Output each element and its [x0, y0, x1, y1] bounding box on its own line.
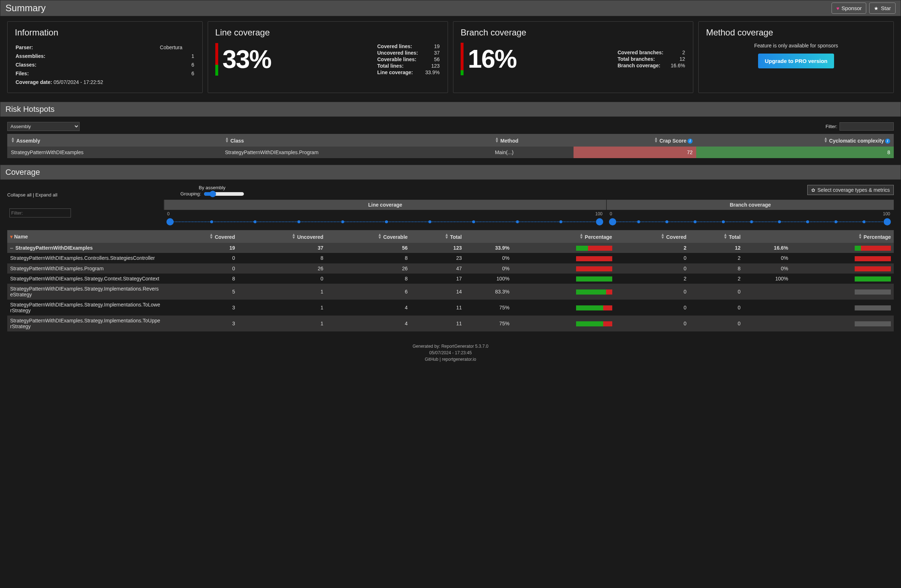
col-coverable[interactable]: ▲▼Coverable — [326, 230, 411, 243]
heart-icon: ♥ — [836, 5, 839, 11]
col-branch-covered[interactable]: ▲▼Covered — [615, 230, 689, 243]
collapse-expand-links: Collapse all | Expand all — [7, 185, 58, 198]
line-cov-pct-value: 33.9% — [425, 69, 440, 75]
uncovered-lines-value: 37 — [425, 50, 440, 56]
risk-crap: 72 — [574, 147, 696, 158]
sponsor-feature-text: Feature is only available for sponsors — [706, 43, 886, 48]
collapse-icon[interactable]: — — [10, 245, 13, 251]
branch-coverage-header: Branch coverage — [606, 200, 894, 210]
sort-icon: ▲▼ — [654, 137, 658, 143]
sort-icon: ▲▼ — [225, 137, 229, 143]
range-max: 100 — [595, 211, 602, 217]
coverage-date-value: 05/07/2024 - 17:22:52 — [53, 79, 103, 85]
range-max: 100 — [883, 211, 890, 217]
col-method[interactable]: ▲▼Method — [491, 134, 574, 147]
line-range-slider[interactable] — [167, 217, 603, 227]
line-coverage-title: Line coverage — [215, 28, 440, 37]
risk-table: ▲▼Assembly ▲▼Class ▲▼Method ▲▼Crap Score… — [7, 134, 894, 158]
col-cyclomatic[interactable]: ▲▼Cyclomatic complexityi — [696, 134, 894, 147]
line-coverage-bar — [215, 43, 218, 76]
col-branch-percentage[interactable]: ▲▼Percentage — [744, 230, 894, 243]
coverage-row[interactable]: StrategyPatternWithDIExamples.Strategy.I… — [7, 299, 894, 315]
total-branches-label: Total branches: — [618, 56, 670, 62]
range-min: 0 — [610, 211, 612, 217]
coverage-title: Coverage — [0, 165, 901, 180]
parser-value: Cobertura — [160, 44, 194, 51]
line-coverage-block: Line coverage 0 100 — [164, 200, 606, 227]
sort-icon: ▲▼ — [858, 233, 862, 239]
branch-coverage-stats: Covered branches:2 Total branches:12 Bra… — [617, 49, 686, 69]
coverage-date-label: Coverage date: — [16, 79, 52, 85]
footer-links[interactable]: GitHub | reportgenerator.io — [6, 356, 895, 363]
grouping-value-label: By assembly — [181, 185, 244, 190]
branch-coverage-bar — [461, 43, 463, 75]
info-icon[interactable]: i — [687, 139, 692, 143]
method-coverage-title: Method coverage — [706, 28, 886, 37]
sort-icon: ▲▼ — [723, 233, 727, 239]
risk-method: Main(...) — [491, 147, 574, 158]
col-covered[interactable]: ▲▼Covered — [164, 230, 238, 243]
col-percentage[interactable]: ▲▼Percentage — [465, 230, 615, 243]
branch-cov-pct-value: 16.6% — [671, 62, 685, 69]
sort-icon: ▲▼ — [445, 233, 449, 239]
assemblies-label: Assemblies: — [16, 52, 159, 60]
coverage-row[interactable]: StrategyPatternWithDIExamples.Strategy.I… — [7, 315, 894, 331]
coverage-table: ▾Name ▲▼Covered ▲▼Uncovered ▲▼Coverable … — [7, 230, 894, 331]
branch-cov-pct-label: Branch coverage: — [618, 62, 670, 69]
select-metrics-button[interactable]: ✿ Select coverage types & metrics — [807, 185, 894, 195]
star-button[interactable]: ★ Star — [869, 3, 896, 14]
col-total[interactable]: ▲▼Total — [411, 230, 465, 243]
sort-icon: ▲▼ — [661, 233, 665, 239]
col-class[interactable]: ▲▼Class — [221, 134, 491, 147]
upgrade-pro-button[interactable]: Upgrade to PRO version — [758, 53, 834, 69]
summary-cards: Information Parser:Cobertura Assemblies:… — [0, 16, 901, 100]
risk-class: StrategyPatternWithDIExamples.Program — [221, 147, 491, 158]
sponsor-button[interactable]: ♥ Sponsor — [831, 3, 866, 14]
coverage-total-row[interactable]: —StrategyPatternWithDIExamples1937561233… — [7, 243, 894, 253]
risk-hotspots-body: Assembly Filter: ▲▼Assembly ▲▼Class ▲▼Me… — [0, 117, 901, 163]
col-name[interactable]: ▾Name — [7, 230, 164, 243]
assembly-select[interactable]: Assembly — [7, 122, 80, 131]
coverage-row[interactable]: StrategyPatternWithDIExamples.Program026… — [7, 264, 894, 274]
sort-icon: ▲▼ — [579, 233, 583, 239]
line-coverage-card: Line coverage 33% Covered lines:19 Uncov… — [208, 21, 448, 93]
col-branch-total[interactable]: ▲▼Total — [689, 230, 744, 243]
coverage-row[interactable]: StrategyPatternWithDIExamples.Strategy.I… — [7, 284, 894, 299]
total-lines-label: Total lines: — [377, 63, 424, 69]
coverage-body: Collapse all | Expand all By assembly Gr… — [0, 180, 901, 337]
branch-coverage-card: Branch coverage 16% Covered branches:2 T… — [453, 21, 693, 93]
branch-range-slider[interactable] — [609, 217, 891, 227]
risk-row[interactable]: StrategyPatternWithDIExamples StrategyPa… — [7, 147, 894, 158]
expand-all-link[interactable]: Expand all — [36, 192, 58, 198]
coverage-row[interactable]: StrategyPatternWithDIExamples.Controller… — [7, 253, 894, 263]
risk-filter-input[interactable] — [840, 122, 894, 131]
coverable-lines-label: Coverable lines: — [377, 56, 424, 62]
covered-branches-label: Covered branches: — [618, 50, 670, 55]
info-icon[interactable]: i — [885, 139, 890, 143]
range-min: 0 — [167, 211, 170, 217]
risk-filter-label: Filter: — [826, 124, 838, 129]
col-crap-score[interactable]: ▲▼Crap Scorei — [574, 134, 696, 147]
sort-icon: ▲▼ — [378, 233, 382, 239]
sort-icon: ▲▼ — [292, 233, 296, 239]
covered-lines-value: 19 — [425, 44, 440, 49]
grouping-slider[interactable] — [204, 192, 244, 196]
star-icon: ★ — [874, 5, 879, 11]
branch-coverage-block: Branch coverage 0 100 — [606, 200, 894, 227]
col-uncovered[interactable]: ▲▼Uncovered — [238, 230, 326, 243]
parser-label: Parser: — [16, 44, 159, 51]
coverage-filter-input[interactable] — [9, 208, 71, 217]
sort-icon: ▾ — [10, 234, 12, 240]
coverage-row[interactable]: StrategyPatternWithDIExamples.Strategy.C… — [7, 274, 894, 284]
gear-icon: ✿ — [811, 187, 815, 193]
assemblies-value: 1 — [160, 52, 194, 60]
sort-icon: ▲▼ — [209, 233, 214, 239]
collapse-all-link[interactable]: Collapse all — [7, 192, 31, 198]
col-assembly[interactable]: ▲▼Assembly — [7, 134, 221, 147]
branch-coverage-title: Branch coverage — [461, 28, 686, 37]
covered-branches-value: 2 — [671, 50, 685, 55]
coverable-lines-value: 56 — [425, 56, 440, 62]
total-branches-value: 12 — [671, 56, 685, 62]
files-label: Files: — [16, 69, 159, 78]
sort-icon: ▲▼ — [823, 137, 828, 143]
